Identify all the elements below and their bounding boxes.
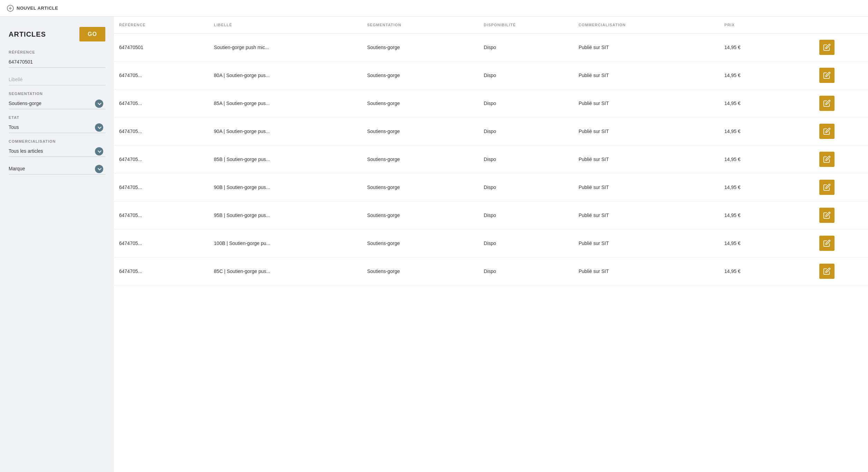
edit-button[interactable] (819, 40, 835, 55)
commercialisation-label: COMMERCIALISATION (9, 139, 105, 143)
col-header-reference: RÉFÉRENCE (114, 17, 209, 34)
commercialisation-filter-section: COMMERCIALISATION Tous les articles Publ… (9, 139, 105, 157)
new-article-label: NOUVEL ARTICLE (17, 6, 58, 11)
cell-segmentation: Soutiens-gorge (362, 117, 479, 145)
new-article-button[interactable]: + NOUVEL ARTICLE (7, 5, 58, 12)
cell-segmentation: Soutiens-gorge (362, 257, 479, 285)
segmentation-select[interactable]: Soutiens-gorge Tous (9, 98, 105, 109)
cell-commercialisation: Publié sur SIT (573, 117, 719, 145)
etat-select[interactable]: Tous Actif Inactif (9, 122, 105, 133)
cell-disponibilite: Dispo (479, 257, 573, 285)
cell-disponibilite: Dispo (479, 173, 573, 201)
reference-label: RÉFÉRENCE (9, 50, 105, 54)
segmentation-label: SEGMENTATION (9, 92, 105, 96)
cell-libelle: 100B | Soutien-gorge pu... (209, 229, 362, 257)
edit-button[interactable] (819, 152, 835, 167)
cell-action (814, 145, 868, 173)
cell-reference: 6474705... (114, 257, 209, 285)
libelle-filter-section (9, 74, 105, 85)
cell-commercialisation: Publié sur SIT (573, 257, 719, 285)
cell-segmentation: Soutiens-gorge (362, 34, 479, 62)
cell-reference: 6474705... (114, 89, 209, 117)
cell-prix: 14,95 € (719, 201, 814, 229)
segmentation-select-wrap: Soutiens-gorge Tous (9, 98, 105, 109)
cell-action (814, 117, 868, 145)
marque-select-wrap: Marque (9, 163, 105, 174)
col-header-prix: PRIX (719, 17, 814, 34)
col-header-commercialisation: COMMERCIALISATION (573, 17, 719, 34)
cell-action (814, 229, 868, 257)
cell-disponibilite: Dispo (479, 117, 573, 145)
cell-reference: 6474705... (114, 117, 209, 145)
cell-libelle: 85C | Soutien-gorge pus... (209, 257, 362, 285)
cell-disponibilite: Dispo (479, 201, 573, 229)
table-row: 6474705... 90A | Soutien-gorge pus... So… (114, 117, 868, 145)
cell-reference: 6474705... (114, 173, 209, 201)
libelle-input[interactable] (9, 74, 105, 85)
col-header-libelle: LIBELLÉ (209, 17, 362, 34)
edit-icon (823, 44, 831, 51)
cell-segmentation: Soutiens-gorge (362, 62, 479, 89)
edit-button[interactable] (819, 124, 835, 139)
edit-button[interactable] (819, 264, 835, 279)
main-content: RÉFÉRENCE LIBELLÉ SEGMENTATION DISPONIBI… (114, 17, 868, 472)
cell-disponibilite: Dispo (479, 229, 573, 257)
cell-prix: 14,95 € (719, 229, 814, 257)
cell-action (814, 34, 868, 62)
table-row: 6474705... 100B | Soutien-gorge pu... So… (114, 229, 868, 257)
cell-segmentation: Soutiens-gorge (362, 145, 479, 173)
cell-libelle: 85B | Soutien-gorge pus... (209, 145, 362, 173)
sidebar: ARTICLES GO RÉFÉRENCE SEGMENTATION Souti… (0, 17, 114, 472)
go-button[interactable]: GO (79, 27, 105, 41)
topbar: + NOUVEL ARTICLE (0, 0, 868, 17)
reference-filter-section: RÉFÉRENCE (9, 50, 105, 68)
cell-disponibilite: Dispo (479, 145, 573, 173)
sidebar-title: ARTICLES (9, 30, 46, 38)
cell-commercialisation: Publié sur SIT (573, 145, 719, 173)
cell-segmentation: Soutiens-gorge (362, 201, 479, 229)
col-header-disponibilite: DISPONIBILITÉ (479, 17, 573, 34)
cell-action (814, 257, 868, 285)
plus-icon: + (7, 5, 14, 12)
cell-segmentation: Soutiens-gorge (362, 89, 479, 117)
edit-button[interactable] (819, 96, 835, 111)
table-row: 647470501 Soutien-gorge push mic... Sout… (114, 34, 868, 62)
edit-button[interactable] (819, 208, 835, 223)
cell-disponibilite: Dispo (479, 89, 573, 117)
edit-icon (823, 239, 831, 247)
cell-disponibilite: Dispo (479, 34, 573, 62)
cell-action (814, 89, 868, 117)
cell-reference: 6474705... (114, 62, 209, 89)
cell-commercialisation: Publié sur SIT (573, 201, 719, 229)
edit-icon (823, 183, 831, 191)
etat-filter-section: ETAT Tous Actif Inactif (9, 115, 105, 133)
cell-libelle: 95B | Soutien-gorge pus... (209, 201, 362, 229)
cell-commercialisation: Publié sur SIT (573, 89, 719, 117)
table-row: 6474705... 85C | Soutien-gorge pus... So… (114, 257, 868, 285)
table-row: 6474705... 80A | Soutien-gorge pus... So… (114, 62, 868, 89)
edit-button[interactable] (819, 180, 835, 195)
cell-libelle: 80A | Soutien-gorge pus... (209, 62, 362, 89)
cell-commercialisation: Publié sur SIT (573, 229, 719, 257)
main-layout: ARTICLES GO RÉFÉRENCE SEGMENTATION Souti… (0, 17, 868, 472)
edit-icon (823, 72, 831, 79)
cell-prix: 14,95 € (719, 34, 814, 62)
col-header-segmentation: SEGMENTATION (362, 17, 479, 34)
commercialisation-select-wrap: Tous les articles Publié sur SIT Non pub… (9, 145, 105, 157)
cell-action (814, 201, 868, 229)
cell-reference: 6474705... (114, 229, 209, 257)
edit-button[interactable] (819, 236, 835, 251)
marque-select[interactable]: Marque (9, 163, 105, 174)
cell-reference: 6474705... (114, 201, 209, 229)
commercialisation-select[interactable]: Tous les articles Publié sur SIT Non pub… (9, 145, 105, 157)
cell-prix: 14,95 € (719, 117, 814, 145)
cell-action (814, 62, 868, 89)
reference-input[interactable] (9, 56, 105, 68)
cell-segmentation: Soutiens-gorge (362, 229, 479, 257)
table-row: 6474705... 85A | Soutien-gorge pus... So… (114, 89, 868, 117)
edit-button[interactable] (819, 68, 835, 83)
cell-libelle: 90A | Soutien-gorge pus... (209, 117, 362, 145)
marque-filter-section: Marque (9, 163, 105, 174)
cell-prix: 14,95 € (719, 62, 814, 89)
cell-libelle: 85A | Soutien-gorge pus... (209, 89, 362, 117)
